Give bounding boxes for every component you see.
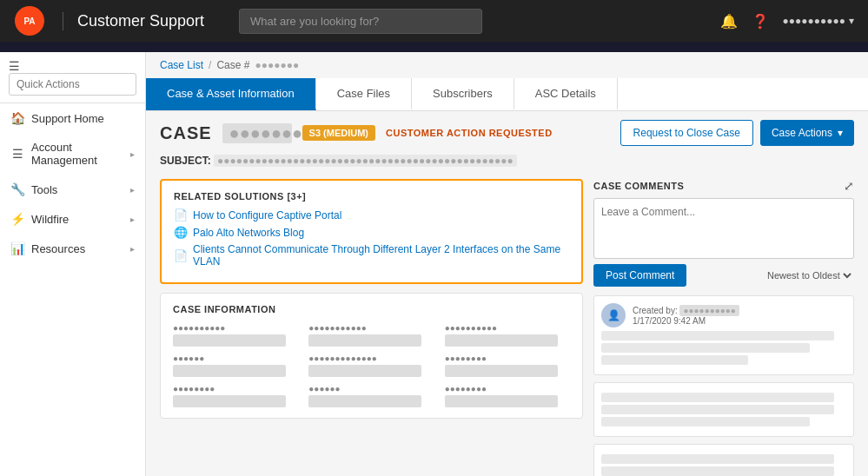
post-comment-button[interactable]: Post Comment bbox=[593, 264, 686, 287]
info-field-label: ●●●●●●●● bbox=[445, 384, 570, 393]
case-actions-button[interactable]: Case Actions ▾ bbox=[760, 120, 854, 146]
breadcrumb-case-label: Case # bbox=[216, 59, 249, 71]
solution-item-1[interactable]: 🌐 Palo Alto Networks Blog bbox=[174, 226, 569, 239]
user-menu[interactable]: ●●●●●●●●●● ▾ bbox=[783, 15, 854, 27]
tab-subscribers[interactable]: Subscribers bbox=[412, 78, 514, 110]
request-close-button[interactable]: Request to Close Case bbox=[620, 120, 753, 146]
bell-icon[interactable]: 🔔 bbox=[720, 13, 738, 30]
info-field-value bbox=[173, 334, 286, 347]
sort-select[interactable]: Newest to Oldest bbox=[764, 269, 854, 281]
sidebar-item-label: Account Management bbox=[31, 141, 123, 167]
comment-text-line bbox=[601, 343, 810, 353]
comment-meta: Created by: ●●●●●●●●●● 1/17/2020 9:42 AM bbox=[633, 305, 739, 326]
avatar: 👤 bbox=[601, 303, 626, 327]
comment-text-line bbox=[601, 454, 834, 464]
breadcrumb-case-number: ●●●●●●● bbox=[255, 59, 299, 71]
search-input[interactable] bbox=[239, 9, 482, 34]
comment-text-line bbox=[601, 355, 748, 365]
related-solutions-title: RELATED SOLUTIONS [3+] bbox=[174, 191, 569, 202]
comment-username: ●●●●●●●●●● bbox=[679, 305, 739, 316]
info-field-label: ●●●●●●●●●●● bbox=[308, 323, 434, 333]
info-field-label: ●●●●●● bbox=[173, 354, 298, 363]
tab-case-asset[interactable]: Case & Asset Information bbox=[146, 78, 316, 110]
comment-input[interactable] bbox=[593, 198, 854, 259]
info-field-label: ●●●●●●●●●● bbox=[445, 323, 570, 333]
case-actions-group: Request to Close Case Case Actions ▾ bbox=[620, 120, 854, 146]
subject-row: SUBJECT: ●●●●●●●●●●●●●●●●●●●●●●●●●●●●●●●… bbox=[146, 155, 868, 172]
sidebar-item-label: Resources bbox=[31, 242, 123, 255]
chevron-right-icon: ▸ bbox=[130, 185, 135, 195]
comment-date: 1/17/2020 9:42 AM bbox=[633, 316, 739, 326]
info-field-value bbox=[308, 395, 421, 407]
info-field-3: ●●●●●● bbox=[173, 354, 298, 377]
case-tabs: Case & Asset Information Case Files Subs… bbox=[146, 78, 868, 111]
breadcrumb-separator: / bbox=[209, 59, 211, 71]
info-field-value bbox=[445, 395, 558, 407]
subject-label: SUBJECT: bbox=[160, 155, 211, 167]
info-field-value bbox=[445, 365, 558, 377]
info-field-8: ●●●●●●●● bbox=[445, 384, 570, 407]
search-area bbox=[239, 9, 706, 34]
tab-case-files[interactable]: Case Files bbox=[316, 78, 412, 110]
chevron-right-icon: ▸ bbox=[130, 149, 135, 159]
document-icon: 📄 bbox=[174, 208, 188, 221]
comment-entry-0: 👤 Created by: ●●●●●●●●●● 1/17/2020 9:42 … bbox=[593, 295, 854, 375]
sidebar-item-tools[interactable]: 🔧 Tools ▸ bbox=[0, 175, 145, 204]
user-label: ●●●●●●●●●● bbox=[783, 15, 845, 27]
chevron-down-icon: ▾ bbox=[849, 15, 854, 27]
quick-actions-input[interactable] bbox=[9, 73, 136, 96]
comment-entry-1 bbox=[593, 382, 854, 437]
case-info-title: CASE INFORMATION bbox=[173, 304, 570, 314]
info-field-4: ●●●●●●●●●●●●● bbox=[308, 354, 434, 377]
content-panels: RELATED SOLUTIONS [3+] 📄 How to Configur… bbox=[146, 172, 868, 476]
right-panel: CASE COMMENTS ⤢ Post Comment Newest to O… bbox=[593, 179, 854, 476]
comment-text-line bbox=[601, 331, 834, 340]
info-field-label: ●●●●●●●●●●●●● bbox=[308, 354, 434, 363]
sidebar-item-wildfire[interactable]: ⚡ Wildfire ▸ bbox=[0, 204, 145, 234]
sidebar-item-label: Wildfire bbox=[31, 213, 123, 226]
solution-label: Palo Alto Networks Blog bbox=[193, 227, 304, 239]
breadcrumb-case-list[interactable]: Case List bbox=[160, 59, 203, 71]
solution-item-0[interactable]: 📄 How to Configure Captive Portal bbox=[174, 208, 569, 221]
case-number: ●●●●●●● bbox=[222, 123, 292, 143]
app-title: Customer Support bbox=[63, 12, 204, 30]
sidebar-item-resources[interactable]: 📊 Resources ▸ bbox=[0, 234, 145, 263]
top-navigation: PA Customer Support 🔔 ❓ ●●●●●●●●●● ▾ bbox=[0, 0, 868, 42]
paloalto-logo: PA bbox=[14, 5, 45, 36]
comment-user-row: 👤 Created by: ●●●●●●●●●● 1/17/2020 9:42 … bbox=[601, 303, 846, 327]
info-field-label: ●●●●●●●● bbox=[173, 384, 298, 393]
info-field-7: ●●●●●● bbox=[308, 384, 434, 407]
comment-entry-2 bbox=[593, 444, 854, 476]
info-field-value bbox=[308, 365, 421, 377]
help-icon[interactable]: ❓ bbox=[752, 13, 769, 30]
chevron-right-icon: ▸ bbox=[130, 215, 135, 224]
info-field-value bbox=[173, 395, 286, 407]
chevron-right-icon: ▸ bbox=[130, 244, 135, 254]
quick-actions-area: ☰ bbox=[0, 52, 145, 103]
solution-label: Clients Cannot Communicate Through Diffe… bbox=[193, 243, 569, 268]
sidebar-item-support-home[interactable]: 🏠 Support Home bbox=[0, 103, 145, 133]
sidebar-item-label: Tools bbox=[31, 183, 123, 196]
tools-icon: 🔧 bbox=[10, 182, 24, 196]
comments-header: CASE COMMENTS ⤢ bbox=[593, 179, 854, 193]
created-by-label: Created by: bbox=[633, 306, 678, 315]
sidebar-item-account-management[interactable]: ☰ Account Management ▸ bbox=[0, 133, 145, 175]
info-field-1: ●●●●●●●●●●● bbox=[308, 323, 434, 347]
case-info-grid: ●●●●●●●●●● ●●●●●●●●●●● ●●●●●●●●●● ● bbox=[173, 323, 570, 407]
case-actions-label: Case Actions bbox=[772, 127, 832, 139]
hamburger-icon[interactable]: ☰ bbox=[9, 59, 20, 73]
comment-text-line bbox=[601, 393, 834, 402]
solution-label: How to Configure Captive Portal bbox=[193, 209, 341, 221]
svg-text:PA: PA bbox=[23, 17, 35, 26]
action-badge: CUSTOMER ACTION REQUESTED bbox=[386, 128, 553, 138]
tab-asc-details[interactable]: ASC Details bbox=[514, 78, 618, 110]
document-icon: 📄 bbox=[174, 249, 188, 262]
wildfire-icon: ⚡ bbox=[10, 212, 24, 226]
info-field-value bbox=[308, 334, 421, 347]
left-panel: RELATED SOLUTIONS [3+] 📄 How to Configur… bbox=[160, 179, 583, 476]
expand-icon[interactable]: ⤢ bbox=[844, 179, 854, 193]
solution-item-2[interactable]: 📄 Clients Cannot Communicate Through Dif… bbox=[174, 243, 569, 268]
case-info-box: CASE INFORMATION ●●●●●●●●●● ●●●●●●●●●●● … bbox=[160, 293, 583, 419]
main-content: Case List / Case # ●●●●●●● Case & Asset … bbox=[146, 52, 868, 476]
logo-area: PA bbox=[14, 5, 45, 36]
